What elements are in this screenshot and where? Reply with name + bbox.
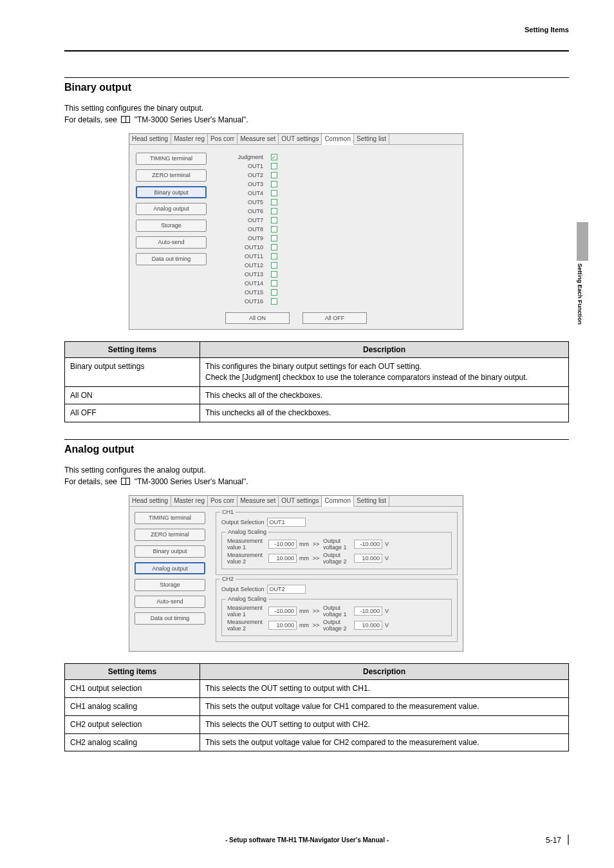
checkbox-row: Judgment [232,153,277,162]
checkbox-label: OUT1 [232,163,271,169]
ch2-row1-right-value[interactable]: -10.000 [354,607,382,616]
checkbox-label: Judgment [232,154,271,160]
side-button[interactable]: Analog output [135,562,205,574]
tab[interactable]: Setting list [354,134,389,144]
arrow-icon: >> [312,622,321,628]
cell-setting-item: All OFF [65,404,200,422]
tab[interactable]: Master reg [171,496,208,506]
table-row: All ONThis checks all of the checkboxes. [65,386,569,404]
side-button[interactable]: ZERO terminal [135,529,205,541]
table-row: All OFFThis unchecks all of the checkbox… [65,404,569,422]
tab[interactable]: Common [322,496,354,507]
checkbox-row: OUT5 [232,198,277,207]
side-button[interactable]: TIMING terminal [135,512,205,524]
all-on-button[interactable]: All ON [225,312,290,324]
tab[interactable]: OUT settings [279,496,322,506]
checkbox-label: OUT14 [232,280,271,287]
ch2-row2-right-value[interactable]: 10.000 [354,621,382,630]
checkbox[interactable] [271,199,277,205]
checkbox[interactable] [271,154,277,160]
checkbox-row: OUT2 [232,171,277,180]
unit-v: V [385,608,389,614]
ch2-outputsel-dropdown[interactable]: OUT2 [267,585,306,594]
unit-mm: mm [299,555,309,561]
arrow-icon: >> [312,555,321,561]
tab[interactable]: Measure set [237,134,279,144]
tab[interactable]: Head setting [129,134,171,144]
checkbox[interactable] [271,244,277,250]
checkbox[interactable] [271,163,277,169]
arrow-icon: >> [312,608,321,614]
side-button[interactable]: Auto-send [136,236,207,249]
checkbox-row: OUT4 [232,189,277,198]
checkbox-label: OUT5 [232,199,271,205]
side-button-col: TIMING terminalZERO terminalBinary outpu… [135,512,205,646]
checkbox[interactable] [271,235,277,241]
tab[interactable]: Setting list [354,496,389,506]
binary-intro-line1: This setting configures the binary outpu… [64,104,203,113]
binary-intro-line2a: For details, see [64,115,117,124]
tab[interactable]: Head setting [129,496,171,506]
book-icon [121,478,130,485]
ch1-row1-left-value[interactable]: -10.000 [268,540,297,549]
analog-screenshot: Head settingMaster regPos corrMeasure se… [129,495,463,652]
side-button[interactable]: Binary output [135,545,205,558]
tab[interactable]: Measure set [237,496,279,506]
side-button[interactable]: ZERO terminal [136,169,207,182]
cell-description: This unchecks all of the checkboxes. [200,404,569,422]
tab[interactable]: OUT settings [279,134,322,144]
ch1-row2-right-label: Output voltage 2 [323,552,351,565]
side-tab: Setting Each Function [577,222,588,377]
ch1-row2-left-value[interactable]: 10.000 [268,554,297,563]
side-button[interactable]: TIMING terminal [136,153,207,165]
side-tab-label: Setting Each Function [577,261,583,325]
checkbox[interactable] [271,262,277,269]
checkbox[interactable] [271,280,277,287]
side-button[interactable]: Analog output [136,203,207,215]
analog-intro-line1: This setting configures the analog outpu… [64,466,205,475]
binary-title: Binary output [64,82,569,93]
checkbox-label: OUT8 [232,226,271,232]
checkbox[interactable] [271,217,277,223]
ch1-row1-left-label: Measurement value 1 [227,538,266,551]
side-button[interactable]: Data out timing [136,253,207,265]
tab[interactable]: Pos corr [208,496,237,506]
page-number: 5-17 [546,835,569,845]
tab[interactable]: Master reg [171,134,208,144]
tab[interactable]: Common [322,134,354,145]
all-off-button[interactable]: All OFF [302,312,367,324]
ch2-scaling-group: Analog Scaling Measurement value 1 -10.0… [221,599,452,636]
ch1-title: CH1 [220,509,236,515]
checkbox[interactable] [271,172,277,178]
th-description: Description [200,342,569,358]
checkbox[interactable] [271,271,277,278]
table-row: CH1 analog scalingThis sets the output v… [65,697,569,715]
th-setting-items: Setting items [65,342,200,358]
checkbox-label: OUT2 [232,172,271,178]
checkbox-label: OUT13 [232,271,271,278]
checkbox[interactable] [271,289,277,296]
cell-description: This selects the OUT setting to output w… [200,715,569,733]
tab[interactable]: Pos corr [208,134,237,144]
ch1-outputsel-dropdown[interactable]: OUT1 [267,518,306,527]
ch2-row1-left-value[interactable]: -10.000 [268,607,297,616]
unit-v: V [385,555,389,561]
checkbox[interactable] [271,208,277,214]
checkbox[interactable] [271,226,277,232]
cell-setting-item: Binary output settings [65,358,200,387]
checkbox[interactable] [271,298,277,305]
side-button[interactable]: Data out timing [135,612,205,625]
side-button[interactable]: Auto-send [135,596,205,608]
unit-v: V [385,622,389,628]
side-button[interactable]: Storage [136,220,207,232]
ch2-row2-left-value[interactable]: 10.000 [268,621,297,630]
side-button[interactable]: Storage [135,579,205,591]
ch1-row2-right-value[interactable]: 10.000 [354,554,382,563]
ch1-outputsel-label: Output Selection [221,519,265,525]
checkbox[interactable] [271,181,277,187]
ch1-row1-right-value[interactable]: -10.000 [354,540,382,549]
side-button[interactable]: Binary output [136,186,207,198]
table-row: Binary output settingsThis configures th… [65,358,569,387]
checkbox[interactable] [271,190,277,196]
checkbox[interactable] [271,253,277,259]
